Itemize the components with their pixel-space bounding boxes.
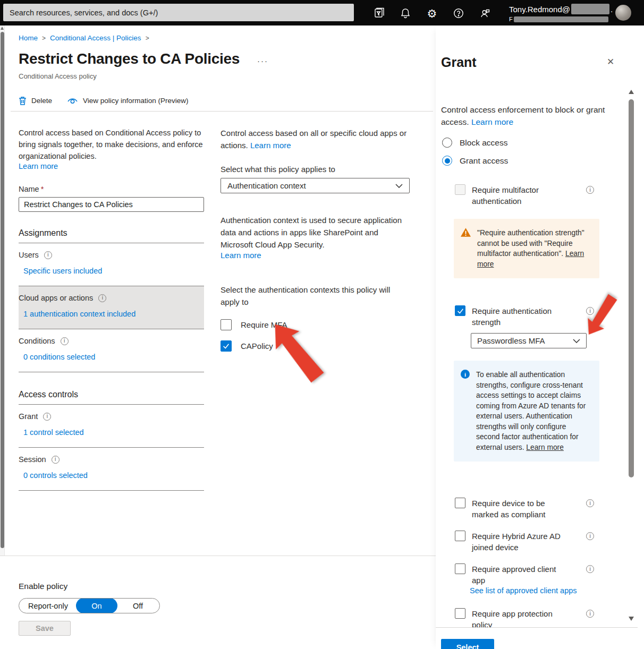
approved-apps-list-link[interactable]: See list of approved client apps [470,586,577,595]
name-label: Name* [19,185,204,193]
block-access-option[interactable]: Block access [442,138,507,148]
auth-context-learn-more-link[interactable]: Learn more [221,251,261,260]
require-mfa-control-checkbox[interactable] [455,184,465,195]
info-icon[interactable]: i [586,610,594,618]
info-icon[interactable]: i [586,532,594,540]
page-scrollbar-up-arrow[interactable] [1,27,4,30]
view-policy-information-button[interactable]: View policy information (Preview) [67,97,189,105]
grant-label: Grant [19,412,38,421]
panel-scrollbar-down-arrow[interactable] [629,617,634,621]
top-bar: ⚙ Tony.Redmond@. F [0,0,644,25]
capolicy-row[interactable]: CAPolicy [221,340,410,352]
panel-scrollbar-up-arrow[interactable] [629,90,634,94]
applies-to-label: Select what this policy applies to [221,165,410,174]
delete-button[interactable]: Delete [19,96,52,105]
cloud-apps-link[interactable]: 1 authentication context included [23,310,135,318]
block-access-radio[interactable] [442,138,452,148]
breadcrumb-home[interactable]: Home [19,34,38,42]
require-compliant-device-label: Require device to be marked as compliant [472,498,565,520]
avatar[interactable] [615,5,631,21]
cross-tenant-info-box: i To enable all authentication strengths… [454,361,599,462]
info-icon[interactable]: i [586,499,594,507]
session-link[interactable]: 0 controls selected [23,471,88,480]
access-controls-heading: Access controls [19,390,204,405]
require-auth-strength-row[interactable]: Require authentication strength [455,305,565,328]
azure-portal-page: ⚙ Tony.Redmond@. F Home > Conditional Ac… [0,0,644,649]
require-compliant-device-checkbox[interactable] [455,498,465,508]
applies-to-dropdown[interactable]: Authentication context [221,178,410,193]
conditions-section[interactable]: Conditions i 0 conditions selected [19,329,204,372]
chevron-down-icon [573,339,580,343]
help-icon[interactable] [452,6,465,20]
toggle-report-only[interactable]: Report-only [19,598,76,613]
grant-section[interactable]: Grant i 1 control selected [19,405,204,448]
notifications-bell-icon[interactable] [399,6,412,20]
toggle-on[interactable]: On [76,598,117,613]
require-mfa-checkbox[interactable] [221,319,232,330]
info-filled-icon: i [461,370,470,379]
save-button[interactable]: Save [19,621,71,636]
strength-warning-box: "Require authentication strength" cannot… [454,219,599,278]
info-text: To enable all authentication strengths, … [476,371,586,451]
require-hybrid-joined-label: Require Hybrid Azure AD joined device [472,531,565,553]
feedback-icon[interactable] [478,6,492,20]
require-auth-strength-checkbox[interactable] [455,305,465,316]
require-compliant-device-row[interactable]: Require device to be marked as compliant [455,498,565,520]
warning-triangle-icon [461,228,471,237]
grant-access-radio[interactable] [442,156,452,166]
settings-gear-icon[interactable]: ⚙ [425,6,439,20]
require-approved-app-checkbox[interactable] [455,563,465,574]
required-asterisk: * [41,185,44,193]
info-learn-more-link[interactable]: Learn more [526,443,564,451]
breadcrumb: Home > Conditional Access | Policies > [19,34,149,42]
policy-learn-more-link[interactable]: Learn more [19,162,58,170]
capolicy-checkbox[interactable] [221,340,232,352]
require-hybrid-joined-checkbox[interactable] [455,531,465,541]
info-icon[interactable]: i [61,337,69,345]
redacted-tenant [514,16,608,22]
policy-name-field[interactable] [19,197,204,212]
grant-learn-more-link[interactable]: Learn more [471,117,513,126]
title-overflow-menu[interactable]: ··· [257,56,268,65]
session-section[interactable]: Session i 0 controls selected [19,448,204,491]
grant-description: Control access enforcement to block or g… [441,104,612,128]
breadcrumb-conditional-access[interactable]: Conditional Access | Policies [50,34,141,42]
close-icon[interactable]: ✕ [607,56,614,67]
require-approved-app-row[interactable]: Require approved client app [455,563,565,586]
info-icon[interactable]: i [52,456,60,464]
require-mfa-control-row[interactable]: Require multifactor authentication [455,184,565,207]
grant-access-option[interactable]: Grant access [442,156,508,166]
directory-filter-icon[interactable] [372,6,386,20]
require-hybrid-joined-row[interactable]: Require Hybrid Azure AD joined device [455,531,565,553]
users-section[interactable]: Users i Specific users included [19,243,204,286]
user-name: Tony.Redmond@ [509,5,570,14]
auth-strength-dropdown[interactable]: Passwordless MFA [471,333,587,348]
conditions-link[interactable]: 0 conditions selected [23,353,95,361]
info-icon[interactable]: i [98,294,106,302]
cloud-apps-section[interactable]: Cloud apps or actions i 1 authentication… [19,286,204,329]
check-icon [223,343,230,349]
enable-policy-toggle: Report-only On Off [19,598,160,613]
grant-link[interactable]: 1 control selected [23,428,84,437]
chevron-right-icon: > [42,35,46,42]
session-label: Session [19,455,46,464]
cloud-apps-learn-more-link[interactable]: Learn more [250,141,291,150]
command-bar-divider [11,111,433,112]
toggle-off[interactable]: Off [117,598,159,613]
search-input[interactable] [3,4,354,21]
require-mfa-row[interactable]: Require MFA [221,319,410,330]
info-icon[interactable]: i [586,186,594,194]
page-scrollbar-thumb[interactable] [1,32,4,548]
info-icon[interactable]: i [44,251,52,259]
users-link[interactable]: Specific users included [23,267,102,275]
grant-panel-footer: Select [436,627,638,649]
require-mfa-control-label: Require multifactor authentication [472,184,565,207]
trash-icon [19,96,27,105]
panel-scrollbar-thumb[interactable] [629,99,634,477]
account-menu[interactable]: Tony.Redmond@. F [509,3,613,23]
require-auth-strength-label: Require authentication strength [472,305,565,328]
info-icon[interactable]: i [586,565,594,573]
info-icon[interactable]: i [43,413,51,421]
select-button[interactable]: Select [441,639,494,649]
require-app-protection-checkbox[interactable] [455,608,465,619]
